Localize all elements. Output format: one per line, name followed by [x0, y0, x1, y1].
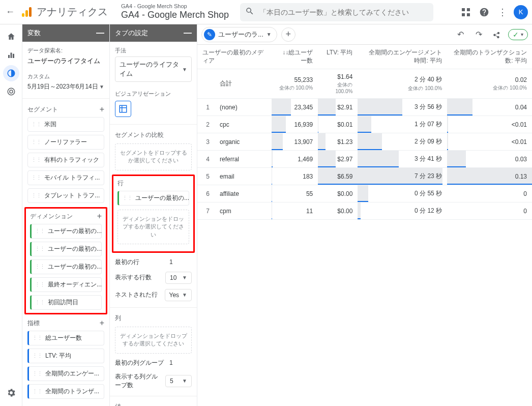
ga-logo [20, 6, 33, 18]
dimension-chip[interactable]: ⋮⋮最終オーディエン... [30, 277, 102, 292]
svg-rect-1 [25, 10, 28, 17]
add-metric-button[interactable]: + [100, 318, 104, 328]
row-dimension-chip[interactable]: ⋮⋮ユーザーの最初の... [117, 191, 189, 206]
redo-icon[interactable]: ↷ [471, 27, 486, 42]
search-box[interactable] [240, 3, 433, 21]
chevron-down-icon: ▼ [182, 67, 187, 72]
left-nav [0, 24, 22, 406]
app-bar: ← アナリティクス GA4 - Google Merch Shop GA4 - … [0, 0, 532, 24]
table-row[interactable]: 3organic13,907$1.232 分 09 秒<0.01 [197, 133, 532, 151]
svg-rect-13 [120, 105, 127, 112]
col-dimension[interactable]: ユーザーの最初のメディア [197, 45, 272, 69]
table-row[interactable]: 7cpm11$0.000 分 12 秒0 [197, 202, 532, 220]
exploration-name[interactable]: ユーザーのライフタイム [27, 56, 104, 66]
breadcrumb[interactable]: GA4 - Google Merch Shop GA4 - Google Mer… [121, 3, 229, 21]
table-row[interactable]: 5email183$6.597 分 23 秒0.13 [197, 168, 532, 185]
dimension-chip[interactable]: ⋮⋮ユーザーの最初の... [30, 224, 102, 239]
segment-chip[interactable]: ⋮⋮モバイル トラフィ... [27, 170, 104, 185]
svg-rect-8 [10, 53, 12, 59]
dimensions-label: ディメンション [30, 212, 73, 221]
status-pill[interactable]: ✓▾ [508, 29, 528, 40]
start-col-value[interactable]: 1 [165, 359, 192, 366]
metric-chip[interactable]: ⋮⋮全期間のエンゲー... [27, 366, 104, 381]
canvas: ✎ ユーザーのラ... ▼ + ↶ ↷ ✓▾ ユーザーの最初のメディア ↓↓総ユ… [197, 24, 532, 406]
start-row-label: 最初の行 [115, 258, 139, 267]
method-label: 手法 [115, 47, 192, 54]
undo-icon[interactable]: ↶ [453, 27, 467, 42]
rows-label: 行 [117, 179, 189, 188]
show-rows-select[interactable]: 10▼ [165, 272, 192, 284]
search-input[interactable] [259, 8, 428, 16]
dimension-chip[interactable]: ⋮⋮ユーザーの最初の... [30, 259, 102, 274]
tab-settings-header: タブの設定 — [110, 24, 197, 42]
segment-chip[interactable]: ⋮⋮米国 [27, 117, 104, 132]
help-icon[interactable] [477, 5, 491, 19]
svg-rect-6 [467, 13, 470, 16]
dimension-chip[interactable]: ⋮⋮ユーザーの最初の... [30, 242, 102, 256]
table-row[interactable]: 4referral1,469$2.973 分 41 秒0.03 [197, 151, 532, 168]
date-range-picker[interactable]: 5月19日～2023年6月14日 ▼ [27, 82, 104, 91]
edit-icon: ✎ [204, 29, 215, 40]
date-range-label: カスタム [27, 73, 104, 80]
show-rows-label: 表示する行数 [115, 273, 152, 282]
collapse-icon[interactable]: — [96, 28, 104, 38]
viz-table-button[interactable] [115, 101, 131, 117]
nav-home-icon[interactable] [3, 28, 19, 45]
collapse-icon[interactable]: — [184, 28, 192, 38]
col-transactions[interactable]: 全期間のトランザクション数: 平均 [447, 45, 532, 69]
avatar[interactable]: K [514, 5, 528, 19]
exploration-tab[interactable]: ✎ ユーザーのラ... ▼ [201, 27, 277, 42]
segment-dropzone[interactable]: セグメントをドロップするか選択してください [115, 143, 192, 170]
col-users[interactable]: ↓↓総ユーザー数 [272, 45, 318, 69]
metric-chip[interactable]: ⋮⋮総ユーザー数 [27, 331, 104, 345]
dimensions-highlight: ディメンション + ⋮⋮ユーザーの最初の...⋮⋮ユーザーの最初の...⋮⋮ユー… [24, 207, 107, 314]
viz-label: ビジュアリゼーション [115, 90, 192, 98]
segment-chip[interactable]: ⋮⋮ノーリファラー [27, 135, 104, 150]
svg-point-11 [8, 88, 15, 95]
cols-dropzone[interactable]: ディメンションをドロップするか選択してください [115, 327, 192, 354]
nav-advertising-icon[interactable] [3, 83, 19, 100]
svg-point-12 [10, 90, 13, 93]
nested-rows-select[interactable]: Yes▼ [165, 289, 192, 301]
apps-icon[interactable] [459, 5, 473, 19]
nav-admin-icon[interactable] [3, 385, 19, 401]
back-button[interactable]: ← [4, 7, 16, 17]
canvas-toolbar: ✎ ユーザーのラ... ▼ + ↶ ↷ ✓▾ [197, 24, 532, 45]
nav-explore-icon[interactable] [3, 65, 19, 81]
rows-dropzone[interactable]: ディメンションをドロップするか選択してください [117, 210, 189, 244]
add-segment-button[interactable]: + [100, 105, 104, 114]
segment-chip[interactable]: ⋮⋮有料のトラフィック [27, 153, 104, 167]
show-cols-select[interactable]: 5▼ [165, 375, 192, 387]
show-cols-label: 表示する列グループ数 [115, 372, 161, 390]
nav-reports-icon[interactable] [3, 47, 19, 63]
check-icon: ✓ [513, 31, 519, 39]
svg-rect-4 [467, 8, 470, 11]
table-row[interactable]: 1(none)23,345$2.913 分 56 秒0.04 [197, 99, 532, 116]
data-table: ユーザーの最初のメディア ↓↓総ユーザー数 LTV: 平均 全期間のエンゲージメ… [197, 45, 532, 220]
metric-chip[interactable]: ⋮⋮全期間のトランザ... [27, 384, 104, 399]
method-select[interactable]: ユーザーのライフタイム ▼ [115, 56, 192, 82]
svg-rect-2 [29, 7, 32, 17]
search-icon [245, 7, 254, 17]
share-icon[interactable] [490, 27, 504, 42]
variables-header: 変数 — [22, 24, 109, 42]
metric-chip[interactable]: ⋮⋮LTV: 平均 [27, 349, 104, 363]
svg-rect-3 [462, 8, 465, 11]
tab-settings-panel: タブの設定 — 手法 ユーザーのライフタイム ▼ ビジュアリゼーション セグメン… [110, 24, 197, 406]
add-dimension-button[interactable]: + [97, 212, 102, 221]
table-row[interactable]: 6affiliate55$0.000 分 55 秒0 [197, 185, 532, 202]
values-label: 値 [115, 402, 192, 406]
table-row[interactable]: 2cpc16,939$0.011 分 07 秒<0.01 [197, 116, 532, 133]
chevron-down-icon: ▼ [267, 32, 272, 37]
breadcrumb-account: GA4 - Google Merch Shop [121, 3, 229, 10]
add-tab-button[interactable]: + [281, 27, 295, 42]
segment-chip[interactable]: ⋮⋮タブレット トラフ... [27, 188, 104, 203]
col-engagement[interactable]: 全期間のエンゲージメント時間: 平均 [358, 45, 447, 69]
chevron-down-icon: ▼ [99, 84, 104, 90]
col-ltv[interactable]: LTV: 平均 [318, 45, 358, 69]
dimension-chip[interactable]: ⋮⋮初回訪問日 [30, 295, 102, 310]
svg-rect-0 [22, 13, 24, 17]
more-vert-icon[interactable]: ⋮ [495, 5, 510, 19]
start-row-value[interactable]: 1 [165, 258, 192, 266]
total-row: 合計 55,233全体の 100.0% $1.64全体の 100.0% 2 分 … [197, 69, 532, 99]
